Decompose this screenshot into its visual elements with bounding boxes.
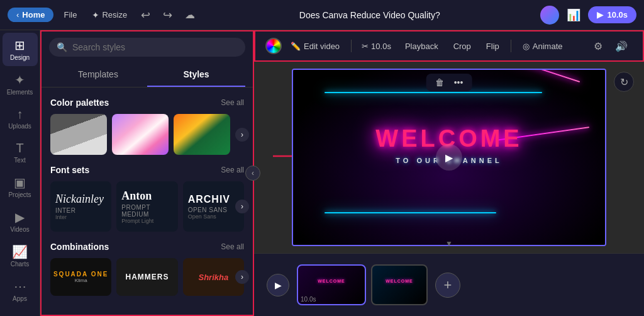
color-wheel-button[interactable] (265, 38, 282, 54)
elements-label: Elements (7, 89, 33, 96)
font-sets-see-all[interactable]: See all (221, 166, 244, 174)
combo-2-text: HAMMERS (125, 273, 169, 281)
topbar: ‹ Home File ✦ Resize ↩ ↪ ☁ Does Canva Re… (0, 0, 644, 30)
uploads-label: Uploads (8, 123, 31, 130)
canvas-area: ✏️ Edit video ✂ 10.0s Playback Crop Flip… (254, 30, 644, 316)
font-2-label: Prompt Medium (121, 204, 172, 218)
toolbar-sound-button[interactable]: 🔊 (610, 38, 633, 55)
present-button[interactable]: ▶ 10.0s (588, 6, 636, 23)
edit-video-button[interactable]: ✏️ Edit video (284, 38, 346, 55)
font-item-2[interactable]: Anton Prompt Medium Prompt Light (116, 181, 177, 232)
time-display[interactable]: ✂ 10.0s (357, 38, 396, 55)
playback-button[interactable]: Playback (399, 38, 445, 55)
design-icon: ⊞ (14, 38, 25, 53)
combo-nav-right[interactable]: › (235, 270, 249, 284)
redo-button[interactable]: ↪ (159, 6, 176, 25)
sidebar-item-design[interactable]: ⊞ Design (3, 33, 38, 66)
combo-3-text: Shrikha (198, 273, 228, 282)
toolbar-more-button[interactable]: ⚙ (589, 38, 608, 55)
home-button[interactable]: ‹ Home (8, 8, 53, 22)
edit-video-icon: ✏️ (291, 42, 301, 51)
sidebar-item-videos[interactable]: ▶ Videos (3, 205, 38, 238)
font-3-sub: Open Sans (188, 213, 239, 220)
play-icon: ▶ (597, 10, 603, 20)
home-label: Home (22, 10, 45, 20)
search-bar: 🔍 (42, 31, 253, 63)
palette-item-1[interactable] (50, 114, 107, 155)
combo-item-2[interactable]: HAMMERS (116, 258, 177, 296)
combo-item-1[interactable]: SQUADA ONE Klima (50, 258, 111, 296)
canvas-refresh-button[interactable]: ↻ (614, 72, 634, 92)
file-menu[interactable]: File (58, 8, 82, 22)
search-input-wrapper: 🔍 (49, 38, 245, 57)
undo-button[interactable]: ↩ (137, 6, 154, 25)
sidebar-item-text[interactable]: T Text (3, 136, 38, 169)
combo-1-text: SQUADA ONE (53, 271, 108, 278)
canvas-toolbar: ✏️ Edit video ✂ 10.0s Playback Crop Flip… (254, 30, 644, 62)
timeline-clip-1[interactable]: WELCOME 10.0s (297, 264, 366, 305)
videos-icon: ▶ (15, 210, 25, 225)
projects-label: Projects (8, 191, 31, 198)
panel-collapse-handle[interactable]: ‹ (245, 166, 260, 181)
combinations-section: Combinations See all SQUADA ONE Klima HA… (50, 242, 244, 296)
sidebar-item-uploads[interactable]: ↑ Uploads (3, 102, 38, 135)
combo-1-sub: Klima (75, 278, 87, 283)
main-layout: ⊞ Design ✦ Elements ↑ Uploads T Text ▣ P… (0, 30, 644, 316)
color-palettes-grid: › (50, 114, 244, 155)
timeline-bar: ▶ WELCOME 10.0s WELCOME + (254, 253, 644, 316)
cloud-save-icon: ☁ (181, 6, 199, 23)
panel-tabs: Templates Styles (42, 63, 253, 87)
search-input[interactable] (72, 42, 238, 52)
video-frame[interactable]: WELCOME TO OUR CHANNEL ▶ 🗑 ••• (292, 69, 606, 246)
delete-clip-button[interactable]: 🗑 (431, 76, 448, 89)
sidebar-item-apps[interactable]: ⋯ Apps (3, 274, 38, 307)
add-clip-button[interactable]: + (435, 273, 460, 298)
text-label: Text (14, 157, 25, 164)
combinations-see-all[interactable]: See all (221, 242, 244, 251)
flip-button[interactable]: Flip (480, 38, 506, 55)
document-title: Does Canva Reduce Video Quality? (204, 10, 535, 20)
sidebar: ⊞ Design ✦ Elements ↑ Uploads T Text ▣ P… (0, 30, 40, 316)
crop-button[interactable]: Crop (447, 38, 477, 55)
color-palettes-see-all[interactable]: See all (221, 98, 244, 107)
font-2-name: Anton (121, 189, 172, 203)
toolbar-sep-1 (351, 40, 352, 52)
projects-icon: ▣ (14, 175, 26, 190)
font-nav-right[interactable]: › (235, 200, 249, 213)
tab-styles[interactable]: Styles (147, 63, 245, 87)
palette-item-3[interactable] (174, 114, 230, 155)
scroll-indicator: ▼ (445, 239, 453, 248)
font-1-name: Nickainley (55, 193, 106, 206)
videos-label: Videos (10, 226, 29, 233)
animate-icon: ◎ (523, 42, 530, 51)
play-overlay-button[interactable]: ▶ (436, 144, 462, 171)
video-overlay-toolbar: 🗑 ••• (426, 74, 472, 91)
tab-templates[interactable]: Templates (49, 63, 147, 87)
font-item-1[interactable]: Nickainley INTER Inter (50, 181, 111, 232)
font-sets-section: Font sets See all Nickainley INTER Inter… (50, 165, 244, 232)
palette-item-2[interactable] (112, 114, 169, 155)
resize-icon: ✦ (92, 10, 99, 20)
charts-label: Charts (11, 261, 29, 268)
color-palettes-header: Color palettes See all (50, 98, 244, 108)
sidebar-item-projects[interactable]: ▣ Projects (3, 170, 38, 203)
timeline-clip-2[interactable]: WELCOME (371, 264, 428, 305)
user-avatar[interactable] (540, 6, 559, 25)
charts-icon: 📈 (12, 244, 28, 259)
timeline-clips: WELCOME 10.0s WELCOME (297, 264, 428, 305)
neon-line-bottom (325, 212, 496, 213)
combinations-grid: SQUADA ONE Klima HAMMERS Shrikha › (50, 258, 244, 296)
more-options-button[interactable]: ••• (450, 76, 467, 89)
scissors-icon: ✂ (362, 42, 369, 51)
panel-content: Color palettes See all › Font sets See a… (42, 87, 253, 315)
timeline-clip-1-text: WELCOME (318, 279, 345, 283)
uploads-icon: ↑ (17, 107, 23, 121)
animate-button[interactable]: ◎ Animate (516, 38, 569, 55)
analytics-icon[interactable]: 📊 (564, 6, 583, 25)
sidebar-item-elements[interactable]: ✦ Elements (3, 67, 38, 101)
sidebar-item-charts[interactable]: 📈 Charts (3, 239, 38, 273)
apps-icon: ⋯ (14, 279, 26, 294)
timeline-play-button[interactable]: ▶ (267, 274, 289, 296)
resize-button[interactable]: ✦ Resize (87, 8, 132, 23)
palette-nav-right[interactable]: › (235, 128, 249, 142)
